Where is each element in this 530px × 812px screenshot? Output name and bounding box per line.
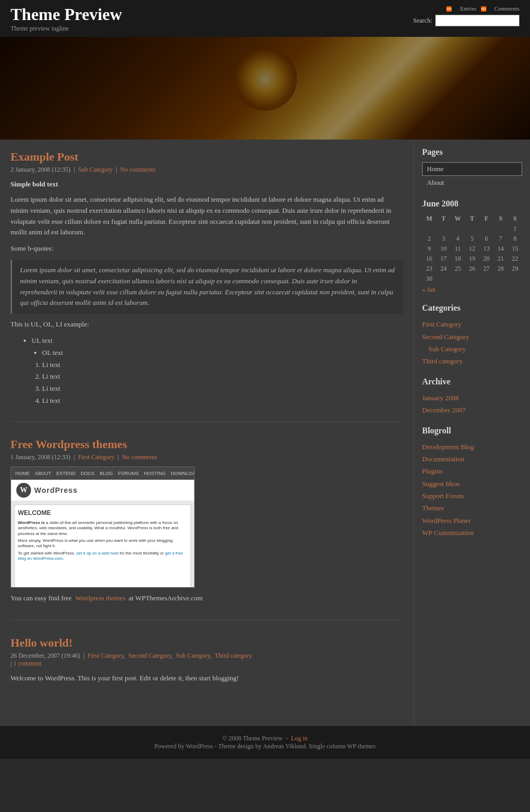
calendar-header-row: M T W T F S S — [422, 214, 522, 224]
cal-cell: 7 — [494, 234, 508, 244]
cal-cell — [436, 224, 451, 234]
wp-screenshot: HOME ABOUT EXTEND DOCS BLOG FORUMS HOSTI… — [11, 467, 195, 588]
wp-welcome-box: WELCOME WordPress is a state-of-the-art … — [14, 504, 191, 588]
sidebar-blogroll-devblog[interactable]: Development Blog — [422, 441, 522, 453]
wp-logo-area: W WordPress — [11, 480, 194, 501]
post-cat4-hello[interactable]: Third category — [215, 652, 252, 659]
wp-welcome-title: WELCOME — [18, 508, 187, 518]
post-list-example: UL text OL text Li text Li text Li text … — [11, 335, 403, 407]
cal-th-t1: T — [436, 214, 451, 224]
post-content-example: Simple bold text Lorem ipsum dolor sit a… — [11, 179, 403, 407]
wp-nav-download: DOWNLOAD — [171, 470, 195, 477]
cal-cell: 12 — [465, 244, 479, 254]
sidebar-blogroll-wp-planet[interactable]: WordPress Planet — [422, 514, 522, 527]
footer-powered: Powered by WordPress - Theme design by A… — [8, 742, 522, 750]
cal-cell: 24 — [436, 264, 451, 274]
cal-th-m: M — [422, 214, 436, 224]
post-meta-hello: 26 December, 2007 (19:46) | First Catego… — [11, 652, 403, 668]
post-example-post: Example Post 2 January, 2008 (12:35) | S… — [11, 150, 403, 422]
cal-cell — [494, 224, 508, 234]
sidebar-cat-first[interactable]: First Category — [422, 318, 522, 330]
cal-cell: 9 — [422, 244, 436, 254]
list-item: Li text — [42, 395, 403, 407]
cal-cell: 22 — [508, 254, 522, 264]
cal-cell — [494, 274, 508, 284]
cal-cell — [451, 224, 465, 234]
footer-login-link[interactable]: Log in — [291, 735, 308, 742]
post-meta-wp-themes: 1 January, 2008 (12:33) | First Category… — [11, 453, 403, 461]
post-bold-text: Simple bold text — [11, 179, 403, 190]
sidebar-cat-second[interactable]: Second Category — [422, 331, 522, 343]
cal-cell — [508, 274, 522, 284]
post-comments-wp-themes[interactable]: No comments — [122, 453, 157, 461]
calendar-row: 30 — [422, 274, 522, 284]
rss-comments-icon: rss — [481, 6, 486, 12]
rss-entries-link[interactable]: Entries — [460, 5, 476, 12]
post-category-example[interactable]: Sub Category — [78, 166, 113, 173]
cal-cell: 11 — [451, 244, 465, 254]
post-title-link-hello[interactable]: Hello world! — [11, 636, 73, 649]
cal-cell: 23 — [422, 264, 436, 274]
sidebar-blogroll-support[interactable]: Support Forum — [422, 490, 522, 502]
post-comments-hello[interactable]: 1 comment — [13, 660, 42, 667]
calendar-row: 16 17 18 19 20 21 22 — [422, 254, 522, 264]
post-cat2-hello[interactable]: Second Category — [128, 652, 172, 659]
post-bquotes-label: Some b-quotes: — [11, 243, 403, 254]
post-content-wp-themes: HOME ABOUT EXTEND DOCS BLOG FORUMS HOSTI… — [11, 467, 403, 604]
post-date-example: 2 January, 2008 (12:35) — [11, 166, 71, 173]
wp-setup-link[interactable]: set it up on a web host — [76, 551, 118, 556]
sidebar-blogroll-docs[interactable]: Documentation — [422, 453, 522, 465]
main-content: Example Post 2 January, 2008 (12:35) | S… — [0, 140, 414, 726]
cal-th-t2: T — [465, 214, 479, 224]
search-label: Search: — [413, 17, 432, 25]
sidebar-archive-dec2007[interactable]: December 2007 — [422, 404, 522, 416]
post-title-wp-themes: Free Wordpress themes — [11, 438, 403, 451]
cal-prev-link[interactable]: « Jan — [422, 286, 435, 294]
sidebar-blogroll-title: Blogroll — [422, 426, 522, 437]
wp-nav-extend: EXTEND — [56, 470, 76, 477]
rss-comments-link[interactable]: Comments — [494, 5, 519, 12]
wp-nav-about: ABOUT — [35, 470, 51, 477]
post-comments-example[interactable]: No comments — [120, 166, 155, 173]
sidebar-item-home[interactable]: Home — [422, 162, 522, 176]
sidebar-blogroll-plugins[interactable]: Plugins — [422, 465, 522, 477]
post-title-link-wp-themes[interactable]: Free Wordpress themes — [11, 438, 127, 451]
post-blockquote: Lorem ipsum dolor sit amet, consectetur … — [11, 260, 403, 314]
sidebar-cat-sub[interactable]: Sub Category — [428, 343, 522, 355]
wp-logo-icon: W — [16, 483, 31, 498]
wp-nav-forums: FORUMS — [118, 470, 139, 477]
cal-cell: 30 — [422, 274, 436, 284]
post-title-link-example[interactable]: Example Post — [11, 150, 78, 163]
post-body-text: Lorem ipsum dolor sit amet, consectetur … — [11, 194, 403, 238]
post-category-wp-themes[interactable]: First Category — [78, 453, 114, 461]
cal-cell: 19 — [465, 254, 479, 264]
cal-cell: 5 — [465, 234, 479, 244]
wp-nav-docs: DOCS — [81, 470, 95, 477]
post-free-wp-themes: Free Wordpress themes 1 January, 2008 (1… — [11, 438, 403, 620]
wp-nav-blog: BLOG — [100, 470, 113, 477]
post-content-hello: Welcome to WordPress. This is your first… — [11, 673, 403, 684]
sidebar-blogroll-wp-custom[interactable]: WP Customization — [422, 527, 522, 539]
sidebar-pages-title: Pages — [422, 147, 522, 158]
search-input[interactable] — [435, 15, 519, 26]
cal-cell — [479, 274, 494, 284]
cal-cell: 16 — [422, 254, 436, 264]
sidebar-archive: Archive January 2008 December 2007 — [422, 377, 522, 417]
post-cat1-hello[interactable]: First Category — [88, 652, 124, 659]
sidebar-calendar-title: June 2008 — [422, 199, 522, 210]
post-cat3-hello[interactable]: Sub Category — [176, 652, 210, 659]
cal-cell: 21 — [494, 254, 508, 264]
sidebar-blogroll: Blogroll Development Blog Documentation … — [422, 426, 522, 539]
cal-cell: 25 — [451, 264, 465, 274]
sidebar-blogroll-themes[interactable]: Themes — [422, 502, 522, 514]
wp-welcome-more: More simply, WordPress is what you use w… — [18, 538, 187, 549]
sidebar-item-about[interactable]: About — [422, 176, 522, 190]
post-date-hello: 26 December, 2007 (19:46) — [11, 652, 80, 659]
sidebar-cat-third[interactable]: Third category — [422, 355, 522, 367]
cal-cell: 8 — [508, 234, 522, 244]
sidebar-archive-jan2008[interactable]: January 2008 — [422, 392, 522, 404]
footer-copyright: © 2008 Theme Preview - Log in — [8, 735, 522, 742]
sidebar-blogroll-suggest[interactable]: Suggest Ideas — [422, 478, 522, 490]
cal-cell: 26 — [465, 264, 479, 274]
wp-themes-link[interactable]: Wordpress themes — [75, 594, 125, 602]
